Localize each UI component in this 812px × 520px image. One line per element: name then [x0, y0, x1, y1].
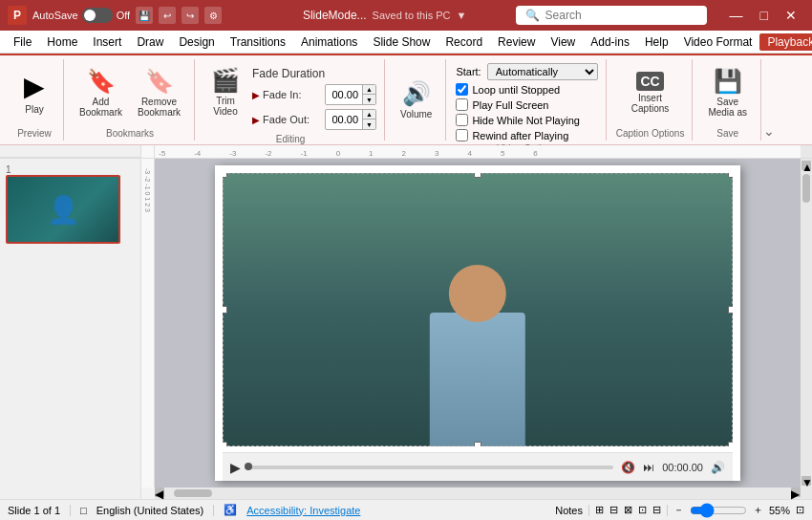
play-icon: ▶ [24, 71, 45, 102]
add-bookmark-label: AddBookmark [79, 97, 122, 118]
menu-view[interactable]: View [543, 33, 583, 51]
saved-arrow[interactable]: ▼ [457, 10, 467, 21]
h-scroll-track[interactable] [164, 488, 791, 499]
menu-transitions[interactable]: Transitions [223, 33, 293, 51]
captions-label: Caption Options [616, 126, 685, 141]
scroll-left-btn[interactable]: ◀ [155, 488, 164, 497]
play-button[interactable]: ▶ Play [13, 67, 55, 119]
head [449, 265, 506, 322]
customize-icon[interactable]: ⚙ [204, 7, 222, 24]
fade-in-arrows: ▲ ▼ [362, 85, 375, 104]
ribbon: ▶ Play Preview 🔖 AddBookmark 🔖 RemoveBoo… [0, 54, 812, 145]
slide-canvas[interactable]: ▶ 🔇 ⏭ 00:00.00 🔊 [215, 165, 740, 481]
video-progress-bar[interactable] [248, 466, 613, 469]
zoom-slider[interactable] [690, 503, 747, 518]
notes-btn[interactable]: Notes [555, 505, 583, 516]
reading-view-icon[interactable]: ⊡ [638, 504, 647, 516]
save-media-button[interactable]: 💾 SaveMedia as [702, 64, 753, 121]
scroll-up-btn[interactable]: ▲ [801, 161, 811, 170]
close-button[interactable]: ✕ [778, 8, 804, 23]
scroll-track[interactable] [801, 170, 812, 476]
undo-icon[interactable]: ↩ [159, 7, 176, 24]
video-controls: ▶ 🔇 ⏭ 00:00.00 🔊 [223, 452, 733, 481]
search-box[interactable]: 🔍 [516, 6, 707, 25]
insert-captions-button[interactable]: CC InsertCaptions [626, 68, 674, 118]
fade-in-down[interactable]: ▼ [362, 95, 375, 104]
fade-in-up[interactable]: ▲ [362, 85, 375, 95]
slide-item-1[interactable]: 1 👤 [6, 164, 135, 244]
remove-bookmark-button[interactable]: 🔖 RemoveBookmark [132, 64, 186, 121]
scroll-thumb[interactable] [802, 174, 810, 203]
add-bookmark-button[interactable]: 🔖 AddBookmark [74, 64, 128, 121]
menu-record[interactable]: Record [438, 33, 490, 51]
menu-file[interactable]: File [6, 33, 39, 51]
play-full-screen-checkbox[interactable] [456, 98, 468, 111]
video-frame [223, 173, 733, 446]
rewind-checkbox[interactable] [456, 129, 468, 141]
normal-view-icon[interactable]: ⊞ [595, 504, 604, 516]
menu-slide-show[interactable]: Slide Show [365, 33, 438, 51]
zoom-level[interactable]: 55% [769, 505, 790, 516]
insert-captions-label: InsertCaptions [631, 93, 669, 114]
volume-button[interactable]: 🔊 Volume [395, 76, 438, 123]
video-vol-icon[interactable]: 🔇 [621, 461, 635, 474]
hide-checkbox[interactable] [456, 114, 468, 126]
menu-help[interactable]: Help [637, 33, 676, 51]
slide-thumbnail[interactable]: 👤 [6, 175, 120, 244]
menu-home[interactable]: Home [39, 33, 85, 51]
play-full-screen-row[interactable]: Play Full Screen [456, 98, 597, 111]
video-options-content: Start: Automatically On Click When Click… [456, 63, 597, 141]
menu-video-format[interactable]: Video Format [676, 33, 760, 51]
fit-slide-icon[interactable]: ⊡ [796, 504, 804, 516]
h-scroll-thumb[interactable] [174, 489, 212, 497]
fade-out-down[interactable]: ▼ [362, 119, 375, 129]
fade-out-up[interactable]: ▲ [362, 110, 375, 119]
menu-playback[interactable]: Playback [759, 33, 812, 51]
menu-insert[interactable]: Insert [85, 33, 129, 51]
loop-checkbox[interactable] [456, 83, 468, 96]
menu-review[interactable]: Review [490, 33, 543, 51]
redo-icon[interactable]: ↪ [182, 7, 199, 24]
accessibility[interactable]: Accessibility: Investigate [246, 505, 360, 516]
slide-sorter-icon[interactable]: ⊠ [624, 504, 632, 516]
fade-out-input[interactable] [326, 113, 362, 126]
horizontal-scrollbar[interactable]: ◀ ▶ [155, 488, 812, 499]
video-time: 00:00.00 [662, 462, 703, 473]
video-progress-thumb[interactable] [245, 463, 252, 470]
add-bookmark-icon: 🔖 [87, 68, 116, 95]
scroll-right-btn[interactable]: ▶ [791, 488, 801, 497]
autosave-state: Off [117, 10, 130, 21]
menu-bar: File Home Insert Draw Design Transitions… [0, 31, 812, 54]
start-select[interactable]: Automatically On Click When Clicked On [487, 63, 598, 80]
hide-row[interactable]: Hide While Not Playing [456, 114, 597, 126]
search-input[interactable] [545, 9, 689, 22]
video-play-icon[interactable]: ▶ [230, 460, 241, 475]
autosave-toggle[interactable] [82, 8, 113, 23]
zoom-in-icon[interactable]: ＋ [753, 503, 763, 517]
maximize-button[interactable]: □ [753, 8, 776, 23]
scroll-down-btn[interactable]: ▼ [801, 476, 811, 486]
trim-video-button[interactable]: 🎬 TrimVideo [204, 63, 246, 120]
presenter-view-icon[interactable]: ⊟ [652, 504, 661, 516]
status-right: Notes ⊞ ⊟ ⊠ ⊡ ⊟ － ＋ 55% ⊡ [555, 503, 804, 518]
bookmarks-label: Bookmarks [106, 126, 154, 141]
fade-out-arrow: ▶ [252, 115, 260, 125]
menu-draw[interactable]: Draw [129, 33, 171, 51]
rewind-row[interactable]: Rewind after Playing [456, 129, 597, 141]
zoom-out-icon[interactable]: － [673, 503, 684, 517]
video-fullscreen-icon[interactable]: 🔊 [711, 461, 725, 474]
ribbon-group-volume: 🔊 Volume [387, 59, 446, 141]
vertical-scrollbar[interactable]: ▲ ▼ [801, 159, 812, 488]
menu-animations[interactable]: Animations [293, 33, 365, 51]
loop-row[interactable]: Loop until Stopped [456, 83, 597, 96]
video-skip-icon[interactable]: ⏭ [643, 461, 654, 474]
fade-in-input[interactable] [326, 88, 362, 101]
menu-design[interactable]: Design [171, 33, 222, 51]
saved-state: Saved to this PC [373, 10, 451, 21]
ribbon-expand[interactable]: ⌄ [763, 59, 775, 141]
menu-add-ins[interactable]: Add-ins [583, 33, 637, 51]
ruler-tick-3: 3 [435, 149, 438, 158]
minimize-button[interactable]: — [722, 8, 751, 23]
save-icon[interactable]: 💾 [136, 7, 153, 24]
outline-view-icon[interactable]: ⊟ [609, 504, 618, 516]
